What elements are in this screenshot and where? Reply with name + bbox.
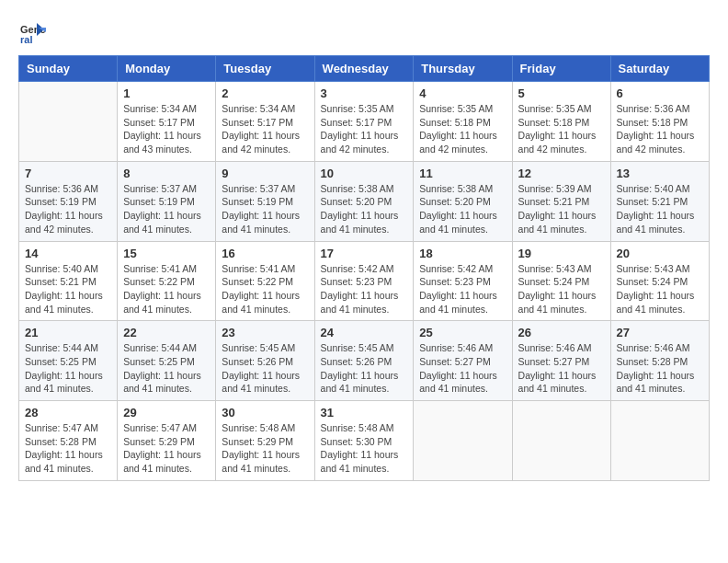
day-info: Sunrise: 5:42 AMSunset: 5:23 PMDaylight:… xyxy=(419,262,506,316)
calendar-cell: 6Sunrise: 5:36 AMSunset: 5:18 PMDaylight… xyxy=(610,82,709,162)
calendar-table: SundayMondayTuesdayWednesdayThursdayFrid… xyxy=(18,55,710,481)
day-number: 4 xyxy=(419,86,506,100)
calendar-cell: 27Sunrise: 5:46 AMSunset: 5:28 PMDayligh… xyxy=(610,321,709,401)
calendar-header-row: SundayMondayTuesdayWednesdayThursdayFrid… xyxy=(19,56,710,82)
day-info: Sunrise: 5:34 AMSunset: 5:17 PMDaylight:… xyxy=(222,102,308,156)
day-info: Sunrise: 5:47 AMSunset: 5:28 PMDaylight:… xyxy=(25,421,111,476)
day-info: Sunrise: 5:38 AMSunset: 5:20 PMDaylight:… xyxy=(419,182,506,236)
calendar-cell: 14Sunrise: 5:40 AMSunset: 5:21 PMDayligh… xyxy=(19,241,118,321)
day-info: Sunrise: 5:44 AMSunset: 5:25 PMDaylight:… xyxy=(25,341,111,396)
calendar-cell: 29Sunrise: 5:47 AMSunset: 5:29 PMDayligh… xyxy=(118,401,216,481)
day-info: Sunrise: 5:35 AMSunset: 5:18 PMDaylight:… xyxy=(518,102,605,156)
day-number: 14 xyxy=(25,247,111,260)
day-info: Sunrise: 5:46 AMSunset: 5:27 PMDaylight:… xyxy=(518,341,605,396)
column-header-tuesday: Tuesday xyxy=(216,56,314,82)
day-number: 8 xyxy=(123,167,210,180)
calendar-cell: 9Sunrise: 5:37 AMSunset: 5:19 PMDaylight… xyxy=(216,161,314,241)
day-info: Sunrise: 5:40 AMSunset: 5:21 PMDaylight:… xyxy=(25,262,111,316)
day-number: 18 xyxy=(419,247,506,260)
day-info: Sunrise: 5:35 AMSunset: 5:17 PMDaylight:… xyxy=(321,102,408,156)
day-info: Sunrise: 5:36 AMSunset: 5:18 PMDaylight:… xyxy=(617,102,703,156)
day-info: Sunrise: 5:41 AMSunset: 5:22 PMDaylight:… xyxy=(222,262,308,316)
calendar-cell: 16Sunrise: 5:41 AMSunset: 5:22 PMDayligh… xyxy=(216,241,314,321)
calendar-week-row: 21Sunrise: 5:44 AMSunset: 5:25 PMDayligh… xyxy=(19,321,710,401)
calendar-cell xyxy=(19,82,118,162)
svg-text:ral: ral xyxy=(20,34,32,45)
calendar-cell: 26Sunrise: 5:46 AMSunset: 5:27 PMDayligh… xyxy=(512,321,610,401)
column-header-sunday: Sunday xyxy=(19,56,118,82)
calendar-cell: 11Sunrise: 5:38 AMSunset: 5:20 PMDayligh… xyxy=(414,161,512,241)
day-number: 30 xyxy=(222,406,308,419)
column-header-monday: Monday xyxy=(118,56,216,82)
calendar-cell: 17Sunrise: 5:42 AMSunset: 5:23 PMDayligh… xyxy=(314,241,414,321)
day-number: 19 xyxy=(518,247,605,260)
calendar-cell xyxy=(414,401,512,481)
day-info: Sunrise: 5:46 AMSunset: 5:27 PMDaylight:… xyxy=(419,341,506,396)
calendar-cell: 18Sunrise: 5:42 AMSunset: 5:23 PMDayligh… xyxy=(414,241,512,321)
day-number: 20 xyxy=(617,247,703,260)
calendar-cell: 1Sunrise: 5:34 AMSunset: 5:17 PMDaylight… xyxy=(118,82,216,162)
day-number: 1 xyxy=(123,86,210,100)
day-number: 11 xyxy=(419,167,506,180)
day-info: Sunrise: 5:39 AMSunset: 5:21 PMDaylight:… xyxy=(518,182,605,236)
calendar-cell: 30Sunrise: 5:48 AMSunset: 5:29 PMDayligh… xyxy=(216,401,314,481)
day-info: Sunrise: 5:36 AMSunset: 5:19 PMDaylight:… xyxy=(25,182,111,236)
calendar-cell: 22Sunrise: 5:44 AMSunset: 5:25 PMDayligh… xyxy=(118,321,216,401)
day-number: 15 xyxy=(123,247,210,260)
calendar-cell: 28Sunrise: 5:47 AMSunset: 5:28 PMDayligh… xyxy=(19,401,118,481)
day-number: 13 xyxy=(617,167,703,180)
day-info: Sunrise: 5:37 AMSunset: 5:19 PMDaylight:… xyxy=(222,182,308,236)
calendar-cell: 13Sunrise: 5:40 AMSunset: 5:21 PMDayligh… xyxy=(610,161,709,241)
calendar-cell xyxy=(610,401,709,481)
day-info: Sunrise: 5:48 AMSunset: 5:29 PMDaylight:… xyxy=(222,421,308,476)
day-info: Sunrise: 5:35 AMSunset: 5:18 PMDaylight:… xyxy=(419,102,506,156)
day-info: Sunrise: 5:44 AMSunset: 5:25 PMDaylight:… xyxy=(123,341,210,396)
day-info: Sunrise: 5:43 AMSunset: 5:24 PMDaylight:… xyxy=(518,262,605,316)
day-number: 7 xyxy=(25,167,111,180)
calendar-cell: 31Sunrise: 5:48 AMSunset: 5:30 PMDayligh… xyxy=(314,401,414,481)
day-number: 23 xyxy=(222,326,308,339)
calendar-cell: 24Sunrise: 5:45 AMSunset: 5:26 PMDayligh… xyxy=(314,321,414,401)
day-number: 12 xyxy=(518,167,605,180)
calendar-cell: 2Sunrise: 5:34 AMSunset: 5:17 PMDaylight… xyxy=(216,82,314,162)
day-number: 10 xyxy=(321,167,408,180)
day-number: 29 xyxy=(123,406,210,419)
day-info: Sunrise: 5:38 AMSunset: 5:20 PMDaylight:… xyxy=(321,182,408,236)
page-header: Gene ral xyxy=(18,18,710,46)
calendar-week-row: 28Sunrise: 5:47 AMSunset: 5:28 PMDayligh… xyxy=(19,401,710,481)
day-info: Sunrise: 5:41 AMSunset: 5:22 PMDaylight:… xyxy=(123,262,210,316)
column-header-saturday: Saturday xyxy=(610,56,709,82)
calendar-cell: 7Sunrise: 5:36 AMSunset: 5:19 PMDaylight… xyxy=(19,161,118,241)
calendar-cell: 3Sunrise: 5:35 AMSunset: 5:17 PMDaylight… xyxy=(314,82,414,162)
day-number: 27 xyxy=(617,326,703,339)
day-info: Sunrise: 5:45 AMSunset: 5:26 PMDaylight:… xyxy=(321,341,408,396)
calendar-cell: 21Sunrise: 5:44 AMSunset: 5:25 PMDayligh… xyxy=(19,321,118,401)
day-info: Sunrise: 5:46 AMSunset: 5:28 PMDaylight:… xyxy=(617,341,703,396)
calendar-cell: 23Sunrise: 5:45 AMSunset: 5:26 PMDayligh… xyxy=(216,321,314,401)
day-info: Sunrise: 5:40 AMSunset: 5:21 PMDaylight:… xyxy=(617,182,703,236)
day-info: Sunrise: 5:34 AMSunset: 5:17 PMDaylight:… xyxy=(123,102,210,156)
calendar-cell: 4Sunrise: 5:35 AMSunset: 5:18 PMDaylight… xyxy=(414,82,512,162)
calendar-cell: 25Sunrise: 5:46 AMSunset: 5:27 PMDayligh… xyxy=(414,321,512,401)
day-number: 22 xyxy=(123,326,210,339)
day-info: Sunrise: 5:47 AMSunset: 5:29 PMDaylight:… xyxy=(123,421,210,476)
day-number: 6 xyxy=(617,86,703,100)
logo-icon: Gene ral xyxy=(18,18,46,46)
column-header-wednesday: Wednesday xyxy=(314,56,414,82)
calendar-cell: 20Sunrise: 5:43 AMSunset: 5:24 PMDayligh… xyxy=(610,241,709,321)
day-number: 25 xyxy=(419,326,506,339)
day-info: Sunrise: 5:42 AMSunset: 5:23 PMDaylight:… xyxy=(321,262,408,316)
column-header-thursday: Thursday xyxy=(414,56,512,82)
day-number: 21 xyxy=(25,326,111,339)
column-header-friday: Friday xyxy=(512,56,610,82)
day-number: 24 xyxy=(321,326,408,339)
calendar-cell: 12Sunrise: 5:39 AMSunset: 5:21 PMDayligh… xyxy=(512,161,610,241)
calendar-cell: 8Sunrise: 5:37 AMSunset: 5:19 PMDaylight… xyxy=(118,161,216,241)
calendar-week-row: 7Sunrise: 5:36 AMSunset: 5:19 PMDaylight… xyxy=(19,161,710,241)
day-info: Sunrise: 5:45 AMSunset: 5:26 PMDaylight:… xyxy=(222,341,308,396)
calendar-cell: 10Sunrise: 5:38 AMSunset: 5:20 PMDayligh… xyxy=(314,161,414,241)
day-number: 3 xyxy=(321,86,408,100)
logo: Gene ral xyxy=(18,18,48,46)
day-number: 9 xyxy=(222,167,308,180)
calendar-cell: 15Sunrise: 5:41 AMSunset: 5:22 PMDayligh… xyxy=(118,241,216,321)
